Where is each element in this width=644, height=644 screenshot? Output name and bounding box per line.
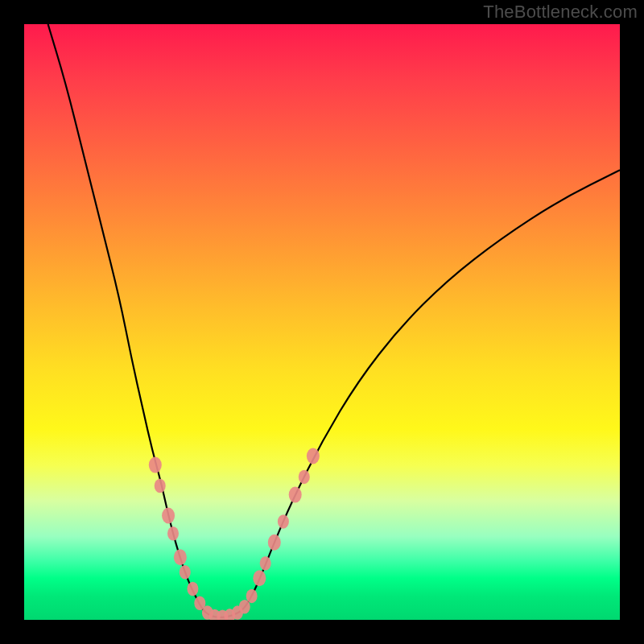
curve-marker [253,570,266,586]
curve-marker [278,514,289,529]
curve-layer [24,24,620,620]
curve-marker [180,565,191,580]
curve-marker [155,479,166,493]
curve-marker [289,487,302,503]
curve-marker [246,589,258,604]
curve-marker [162,508,175,524]
chart-frame: TheBottleneck.com [0,0,644,644]
curve-marker [268,535,281,551]
curve-marker [187,582,198,597]
curve-marker [149,457,162,473]
watermark-text: TheBottleneck.com [483,2,638,23]
bottleneck-curve [48,24,620,617]
curve-marker [174,549,187,565]
curve-marker [299,470,310,485]
curve-marker [260,556,271,571]
curve-marker [307,448,320,464]
curve-marker [167,526,179,541]
plot-area [24,24,620,620]
